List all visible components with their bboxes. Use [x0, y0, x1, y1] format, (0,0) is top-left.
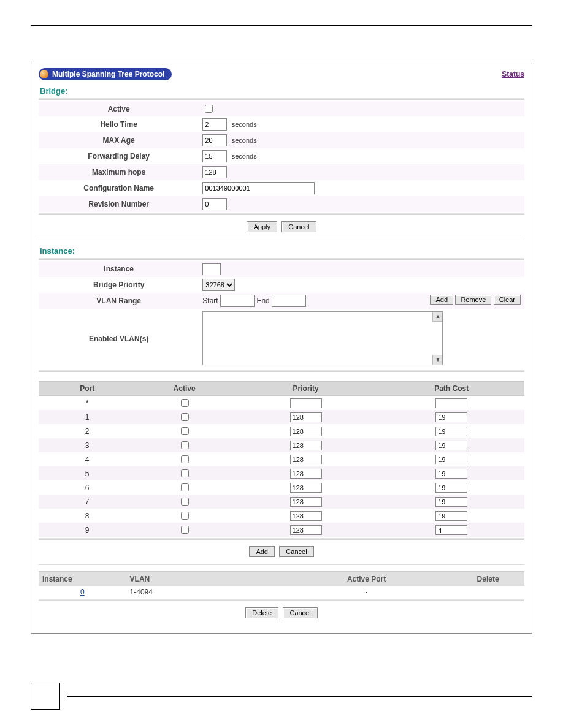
port-priority-input[interactable] — [290, 427, 322, 436]
bridge-priority-select[interactable]: 32768 — [202, 279, 235, 291]
table-row: 5 — [39, 466, 524, 480]
port-priority-input[interactable] — [290, 455, 322, 464]
cancel-button[interactable]: Cancel — [283, 607, 317, 618]
port-number: 4 — [39, 452, 136, 466]
port-priority-input[interactable] — [290, 412, 322, 422]
table-row: 1 — [39, 410, 524, 424]
port-priority-input[interactable] — [290, 497, 322, 507]
vlan-start-input[interactable] — [220, 295, 255, 307]
port-active-checkbox[interactable] — [181, 469, 189, 477]
port-active-checkbox[interactable] — [181, 413, 189, 421]
vlan-clear-button[interactable]: Clear — [494, 295, 521, 305]
instance-label: Instance — [39, 261, 199, 277]
hello-time-input[interactable] — [202, 118, 227, 131]
vlan-end-label: End — [256, 297, 269, 305]
port-pathcost-input[interactable] — [435, 398, 467, 408]
bridge-form: Active Hello Time seconds MAX Age second… — [39, 101, 524, 212]
port-priority-input[interactable] — [290, 469, 322, 479]
instance-add-button[interactable]: Add — [249, 546, 275, 557]
port-priority-input[interactable] — [290, 525, 322, 535]
col-active-port: Active Port — [282, 572, 451, 586]
port-number: 2 — [39, 424, 136, 438]
col-priority: Priority — [233, 381, 379, 396]
col-path-cost: Path Cost — [378, 381, 524, 396]
config-name-label: Configuration Name — [39, 180, 199, 196]
port-priority-input[interactable] — [290, 398, 322, 408]
active-checkbox[interactable] — [205, 105, 213, 113]
scroll-up-icon[interactable]: ▲ — [432, 312, 442, 322]
table-row: 3 — [39, 438, 524, 452]
scroll-down-icon[interactable]: ▼ — [432, 355, 442, 365]
port-active-checkbox[interactable] — [181, 441, 189, 449]
instance-heading: Instance: — [40, 246, 524, 256]
table-row: 4 — [39, 452, 524, 466]
port-active-checkbox[interactable] — [181, 455, 189, 463]
port-number: 5 — [39, 466, 136, 480]
divider — [39, 370, 524, 372]
active-label: Active — [39, 101, 199, 116]
bridge-priority-label: Bridge Priority — [39, 277, 199, 293]
vlan-start-label: Start — [202, 297, 218, 305]
port-pathcost-input[interactable] — [435, 412, 467, 422]
divider — [39, 258, 524, 260]
port-pathcost-input[interactable] — [435, 483, 467, 493]
table-row: 6 — [39, 480, 524, 495]
port-priority-input[interactable] — [290, 483, 322, 493]
vlan-remove-button[interactable]: Remove — [455, 295, 491, 305]
apply-button[interactable]: Apply — [247, 221, 277, 232]
port-active-checkbox[interactable] — [181, 498, 189, 506]
delete-button[interactable]: Delete — [245, 607, 278, 618]
port-priority-input[interactable] — [290, 511, 322, 521]
vlan-end-input[interactable] — [272, 295, 306, 307]
forwarding-delay-input[interactable] — [202, 150, 227, 162]
page-title: Multiple Spanning Tree Protocol — [52, 70, 164, 78]
divider — [39, 213, 524, 215]
titlebar: Multiple Spanning Tree Protocol Status — [39, 68, 524, 80]
port-pathcost-input[interactable] — [435, 497, 467, 507]
revision-number-input[interactable] — [202, 198, 227, 210]
port-pathcost-input[interactable] — [435, 525, 467, 535]
status-link[interactable]: Status — [502, 70, 524, 78]
max-age-input[interactable] — [202, 134, 227, 146]
port-priority-input[interactable] — [290, 441, 322, 450]
instance-input[interactable] — [202, 263, 221, 275]
col-port: Port — [39, 381, 136, 396]
port-pathcost-input[interactable] — [435, 455, 467, 464]
port-pathcost-input[interactable] — [435, 511, 467, 521]
max-hops-input[interactable] — [202, 166, 227, 178]
table-row: 8 — [39, 509, 524, 523]
page-number-box — [31, 683, 60, 710]
divider — [39, 98, 524, 100]
instance-cancel-button[interactable]: Cancel — [279, 546, 313, 557]
forwarding-delay-unit: seconds — [232, 153, 257, 160]
footer-rule — [67, 696, 532, 697]
summary-active-port: - — [282, 586, 451, 598]
port-active-checkbox[interactable] — [181, 483, 189, 491]
instance-link[interactable]: 0 — [80, 588, 85, 596]
port-pathcost-input[interactable] — [435, 441, 467, 450]
port-active-checkbox[interactable] — [181, 512, 189, 520]
port-number: 3 — [39, 438, 136, 452]
mstp-config-panel: Multiple Spanning Tree Protocol Status B… — [31, 63, 532, 634]
port-number: 1 — [39, 410, 136, 424]
port-active-checkbox[interactable] — [181, 399, 189, 407]
enabled-vlans-listbox[interactable]: ▲ ▼ — [202, 311, 443, 365]
cancel-button[interactable]: Cancel — [282, 221, 316, 232]
table-row: * — [39, 396, 524, 411]
top-rule — [31, 25, 532, 26]
enabled-vlans-label: Enabled VLAN(s) — [39, 309, 199, 369]
hello-time-label: Hello Time — [39, 116, 199, 132]
port-active-checkbox[interactable] — [181, 526, 189, 534]
port-pathcost-input[interactable] — [435, 469, 467, 479]
divider — [39, 538, 524, 540]
port-pathcost-input[interactable] — [435, 427, 467, 436]
table-row: 9 — [39, 523, 524, 537]
vlan-add-button[interactable]: Add — [430, 295, 453, 305]
config-name-input[interactable] — [202, 182, 315, 194]
table-row: 2 — [39, 424, 524, 438]
instance-form: Instance Bridge Priority 32768 VLAN Rang… — [39, 261, 524, 369]
port-active-checkbox[interactable] — [181, 427, 189, 435]
divider — [39, 240, 524, 240]
col-vlan: VLAN — [126, 572, 282, 586]
col-instance: Instance — [39, 572, 126, 586]
